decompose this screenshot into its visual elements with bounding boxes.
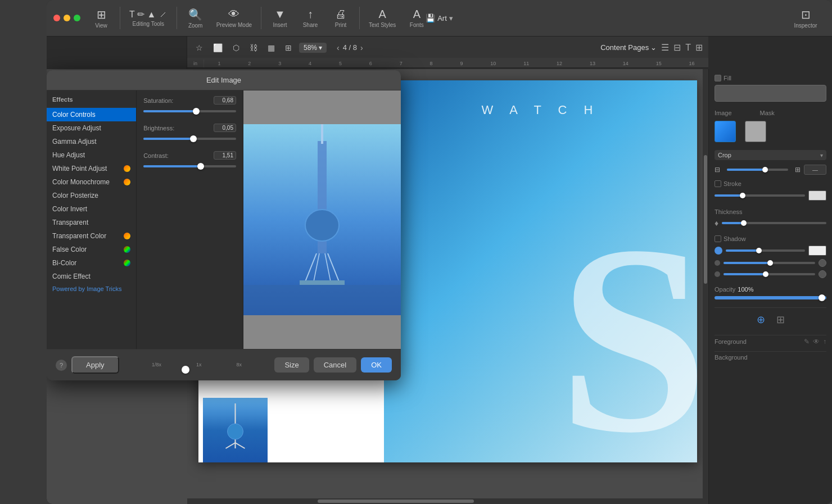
saturation-slider-wrap — [143, 107, 236, 116]
effect-false-color[interactable]: False Color — [47, 243, 136, 256]
zoom-thumb — [182, 366, 189, 374]
zoom-mark-1: 1/8x — [152, 362, 161, 367]
white-point-dot — [124, 165, 130, 172]
apply-button[interactable]: Apply — [71, 356, 119, 374]
preview-image — [243, 124, 401, 315]
brightness-row: Brightness: — [143, 124, 236, 143]
bi-color-dot — [124, 260, 130, 266]
contrast-input[interactable] — [214, 151, 236, 160]
brightness-label: Brightness: — [143, 124, 236, 132]
effect-color-monochrome[interactable]: Color Monochrome — [47, 175, 136, 189]
dialog-footer: ? Apply 1/8x 1x 8x Size Cancel — [47, 349, 401, 380]
effect-bi-color[interactable]: Bi-Color — [47, 256, 136, 270]
zoom-mark-2: 1x — [196, 362, 202, 367]
dialog-title-bar: Edit Image — [47, 70, 401, 90]
effect-color-invert[interactable]: Color Invert — [47, 202, 136, 216]
brightness-input[interactable] — [214, 124, 236, 132]
effect-gamma-adjust[interactable]: Gamma Adjust — [47, 135, 136, 148]
effect-transparent-color[interactable]: Transparent Color — [47, 229, 136, 243]
saturation-input[interactable] — [214, 96, 236, 105]
cancel-button[interactable]: Cancel — [314, 357, 356, 373]
contrast-label: Contrast: — [143, 151, 236, 160]
help-button[interactable]: ? — [56, 360, 67, 371]
contrast-thumb[interactable] — [197, 163, 204, 170]
dialog-title: Edit Image — [206, 76, 241, 84]
ok-button[interactable]: OK — [361, 357, 392, 373]
saturation-row: Saturation: — [143, 96, 236, 116]
saturation-label: Saturation: — [143, 96, 236, 105]
adjustments-panel: Saturation: Brightness: — [137, 90, 243, 349]
svg-rect-34 — [243, 285, 401, 315]
saturation-thumb[interactable] — [193, 108, 200, 115]
effect-exposure-adjust[interactable]: Exposure Adjust — [47, 121, 136, 135]
effects-panel: Effects Color Controls Exposure Adjust G… — [47, 90, 137, 349]
zoom-mark-3: 8x — [236, 362, 242, 367]
zoom-controls: 1/8x 1x 8x — [125, 362, 269, 369]
contrast-row: Contrast: — [143, 151, 236, 171]
effects-title: Effects — [47, 94, 136, 108]
color-mono-dot — [124, 179, 130, 185]
effect-hue-adjust[interactable]: Hue Adjust — [47, 148, 136, 162]
image-preview-area — [243, 90, 401, 349]
effect-white-point-adjust[interactable]: White Point Adjust — [47, 162, 136, 175]
app-window: ⊞ View T ✏ ▲ ⟋ Editing Tools 🔍 Zoom 👁 Pr… — [47, 0, 832, 504]
brightness-slider-wrap — [143, 134, 236, 143]
size-button[interactable]: Size — [274, 357, 309, 373]
dialog-overlay: Edit Image Effects Color Controls Exposu… — [47, 0, 832, 504]
svg-rect-33 — [300, 280, 345, 285]
effect-color-controls[interactable]: Color Controls — [47, 108, 136, 121]
trans-color-dot — [124, 233, 130, 239]
false-color-dot — [124, 246, 130, 253]
dialog-body: Effects Color Controls Exposure Adjust G… — [47, 90, 401, 349]
image-tricks-link[interactable]: Powered by Image Tricks — [47, 283, 136, 294]
svg-rect-28 — [321, 124, 323, 144]
effect-comic-effect[interactable]: Comic Effect — [47, 270, 136, 283]
effect-transparent[interactable]: Transparent — [47, 216, 136, 229]
edit-image-dialog: Edit Image Effects Color Controls Exposu… — [47, 70, 401, 380]
dialog-buttons: Size Cancel OK — [274, 357, 392, 373]
contrast-slider-wrap — [143, 162, 236, 171]
effect-color-posterize[interactable]: Color Posterize — [47, 189, 136, 202]
brightness-thumb[interactable] — [190, 135, 197, 142]
svg-point-27 — [305, 210, 339, 241]
